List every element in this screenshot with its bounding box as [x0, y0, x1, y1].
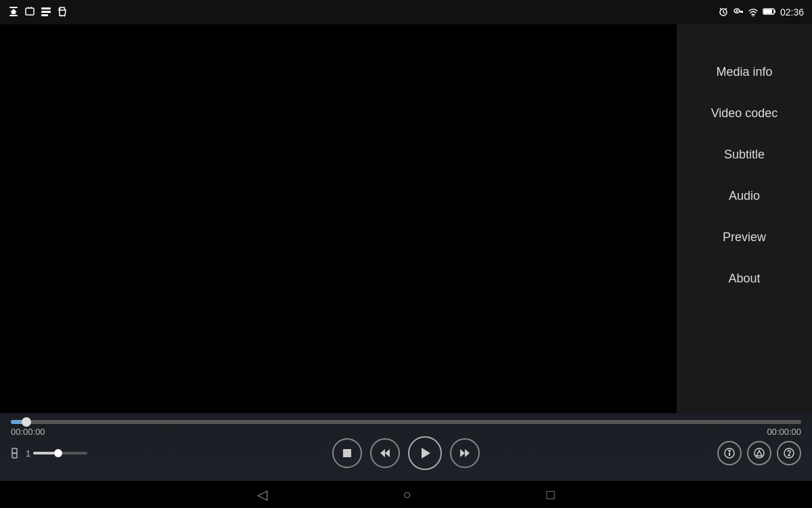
play-button[interactable] — [408, 436, 442, 470]
svg-point-35 — [729, 450, 730, 452]
help-button[interactable] — [777, 441, 801, 465]
svg-rect-7 — [41, 11, 51, 13]
controls-right — [717, 441, 801, 465]
playlist-index: 1 — [26, 448, 30, 459]
time-display: 02:36 — [780, 7, 804, 18]
svg-point-9 — [60, 15, 62, 16]
volume-track[interactable] — [33, 452, 87, 454]
svg-point-39 — [788, 454, 790, 456]
player-controls: 00:00:00 00:00:00 1 — [0, 413, 812, 481]
volume-fill — [33, 452, 55, 454]
help-icon — [784, 448, 794, 459]
svg-rect-3 — [26, 8, 34, 15]
download-icon — [8, 6, 19, 19]
svg-rect-19 — [742, 11, 743, 13]
shopping-icon — [57, 6, 68, 19]
playlist-icon-group: 1 — [11, 447, 30, 459]
svg-rect-27 — [343, 449, 351, 457]
task-icon — [41, 6, 51, 19]
screenshot-icon — [24, 6, 35, 19]
chapters-button[interactable] — [747, 441, 771, 465]
menu-item-preview[interactable]: Preview — [677, 217, 812, 258]
current-time: 00:00:00 — [11, 427, 45, 437]
seek-bar-container — [11, 413, 801, 424]
recent-button[interactable]: □ — [547, 487, 555, 503]
menu-item-about[interactable]: About — [677, 258, 812, 299]
key-icon — [733, 6, 744, 19]
menu-item-media-info[interactable]: Media info — [677, 51, 812, 93]
nav-bar: ◁ ○ □ — [0, 481, 812, 508]
svg-rect-0 — [9, 7, 18, 8]
battery-icon — [763, 6, 776, 19]
volume-thumb — [54, 449, 62, 457]
stop-icon — [342, 448, 352, 458]
menu-item-subtitle[interactable]: Subtitle — [677, 134, 812, 175]
svg-rect-26 — [12, 453, 17, 458]
stop-button[interactable] — [332, 438, 362, 468]
svg-point-10 — [64, 15, 65, 16]
video-area[interactable] — [0, 24, 677, 440]
svg-rect-24 — [774, 10, 775, 13]
svg-marker-2 — [10, 9, 17, 14]
svg-line-13 — [723, 12, 725, 14]
svg-rect-8 — [41, 14, 48, 16]
dropdown-menu: Media info Video codec Subtitle Audio Pr… — [677, 24, 812, 440]
status-icons-right: 02:36 — [718, 6, 804, 19]
seek-progress — [11, 420, 26, 424]
fastforward-button[interactable] — [450, 438, 480, 468]
svg-point-17 — [736, 9, 738, 12]
svg-rect-1 — [9, 15, 18, 16]
svg-rect-25 — [12, 448, 17, 453]
svg-line-15 — [725, 8, 727, 9]
svg-rect-6 — [41, 7, 51, 9]
back-button[interactable]: ◁ — [257, 486, 267, 503]
svg-marker-29 — [380, 449, 385, 457]
svg-marker-31 — [460, 449, 465, 457]
chapters-icon — [754, 448, 765, 459]
svg-marker-28 — [385, 449, 390, 457]
info-button[interactable] — [717, 441, 742, 465]
svg-rect-20 — [740, 11, 742, 13]
home-button[interactable]: ○ — [403, 487, 411, 503]
rewind-icon — [380, 448, 390, 458]
svg-marker-32 — [465, 449, 470, 457]
svg-line-14 — [720, 8, 721, 9]
controls-left: 1 — [11, 447, 87, 459]
svg-marker-37 — [757, 450, 762, 456]
controls-center — [332, 436, 480, 470]
total-time: 00:00:00 — [767, 427, 801, 437]
playlist-icon — [11, 447, 23, 459]
fastforward-icon — [459, 448, 470, 458]
status-bar: 02:36 — [0, 0, 812, 24]
status-icons-left — [8, 6, 68, 19]
rewind-button[interactable] — [370, 438, 400, 468]
svg-marker-30 — [422, 448, 430, 459]
play-icon — [418, 446, 432, 460]
info-icon — [724, 448, 735, 459]
seek-bar[interactable] — [11, 420, 801, 424]
svg-point-21 — [752, 15, 754, 16]
svg-rect-23 — [764, 9, 772, 14]
menu-item-audio[interactable]: Audio — [677, 175, 812, 217]
alarm-icon — [718, 6, 729, 19]
volume-slider-container — [33, 452, 87, 454]
menu-item-video-codec[interactable]: Video codec — [677, 93, 812, 134]
controls-row: 1 — [11, 440, 801, 467]
wifi-icon — [748, 6, 759, 19]
